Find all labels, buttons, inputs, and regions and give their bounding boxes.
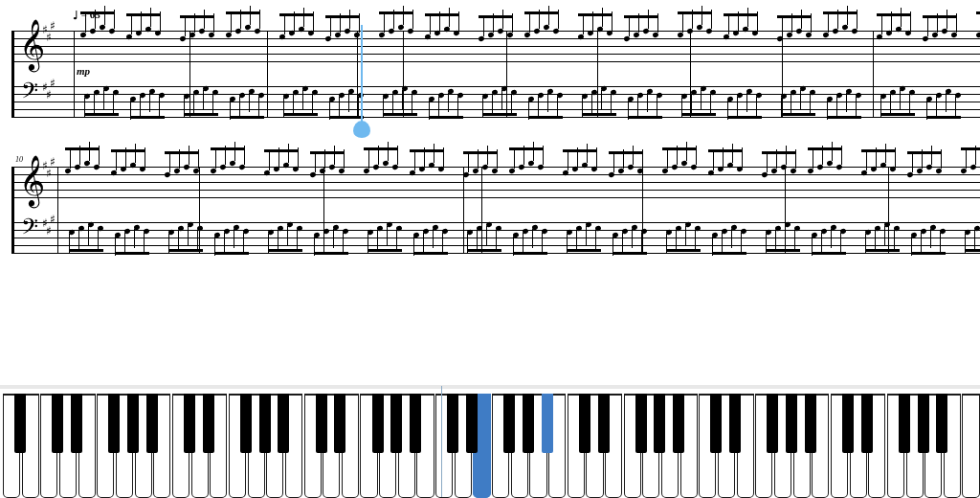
black-key[interactable] xyxy=(503,394,515,453)
black-key[interactable] xyxy=(842,394,854,453)
barline xyxy=(74,31,75,117)
black-key[interactable] xyxy=(390,394,402,453)
note-group xyxy=(961,155,980,193)
grand-staff-row: 𝄞 ♯♯♯ mp 𝄢 ♯♯♯ xyxy=(11,31,980,126)
note-group xyxy=(766,216,804,255)
black-key[interactable] xyxy=(334,394,345,453)
note-group xyxy=(865,216,903,255)
key-signature: ♯♯♯ xyxy=(42,163,54,177)
black-key[interactable] xyxy=(447,394,458,453)
black-key[interactable] xyxy=(14,394,26,453)
black-key[interactable] xyxy=(523,394,534,453)
note-group xyxy=(84,80,122,119)
piano-key-column xyxy=(360,394,377,498)
black-key[interactable] xyxy=(108,394,120,453)
note-group xyxy=(314,219,352,258)
piano-key-column xyxy=(699,394,716,498)
note-group xyxy=(413,219,452,258)
note-group xyxy=(812,219,850,258)
note-group xyxy=(383,80,421,119)
note-group xyxy=(708,157,746,195)
note-group xyxy=(781,80,819,119)
black-key[interactable] xyxy=(729,394,741,453)
black-key[interactable] xyxy=(710,394,722,453)
note-group xyxy=(612,219,651,258)
note-group xyxy=(880,80,919,119)
black-key[interactable] xyxy=(372,394,384,453)
note-group xyxy=(582,80,620,119)
black-key[interactable] xyxy=(579,394,590,453)
piano-keyboard[interactable] xyxy=(0,385,980,498)
note-group xyxy=(214,219,253,258)
tempo-note-glyph: ♩ xyxy=(73,9,78,22)
note-group xyxy=(368,216,406,255)
black-key[interactable] xyxy=(184,394,195,453)
note-group xyxy=(628,83,666,122)
bass-clef-icon: 𝄢 xyxy=(21,215,38,246)
black-key[interactable] xyxy=(673,394,684,453)
note-group xyxy=(567,216,605,255)
white-key[interactable] xyxy=(962,394,979,498)
playback-cursor[interactable] xyxy=(361,25,363,123)
black-key[interactable] xyxy=(598,394,610,453)
black-key[interactable] xyxy=(861,394,873,453)
note-group xyxy=(911,219,949,258)
black-key[interactable] xyxy=(542,394,553,453)
note-group xyxy=(180,23,218,61)
note-group xyxy=(463,159,501,197)
piano-key-column xyxy=(229,394,246,498)
note-group xyxy=(712,219,750,258)
piano-key-column xyxy=(755,394,772,498)
note-group xyxy=(467,216,505,255)
black-key[interactable] xyxy=(71,394,82,453)
black-key[interactable] xyxy=(899,394,910,453)
black-key[interactable] xyxy=(466,394,478,453)
black-key[interactable] xyxy=(410,394,421,453)
black-key[interactable] xyxy=(936,394,947,453)
key-signature: ♯♯♯ xyxy=(42,84,54,99)
note-group xyxy=(662,155,701,193)
note-group xyxy=(230,83,268,122)
black-key[interactable] xyxy=(635,394,647,453)
note-group xyxy=(130,83,168,122)
note-group xyxy=(808,155,846,193)
black-key[interactable] xyxy=(127,394,139,453)
black-key[interactable] xyxy=(52,394,63,453)
note-group xyxy=(479,23,517,61)
treble-clef-icon: 𝄞 xyxy=(19,19,45,71)
note-group xyxy=(877,21,915,59)
note-group xyxy=(609,159,647,197)
black-key[interactable] xyxy=(767,394,778,453)
black-key[interactable] xyxy=(259,394,271,453)
black-key[interactable] xyxy=(654,394,665,453)
barline xyxy=(57,167,58,253)
black-key[interactable] xyxy=(146,394,158,453)
black-key[interactable] xyxy=(278,394,289,453)
note-group xyxy=(268,216,306,255)
note-group xyxy=(283,80,322,119)
piano-key-column xyxy=(887,394,904,498)
black-key[interactable] xyxy=(786,394,797,453)
note-group xyxy=(429,83,467,122)
note-group xyxy=(65,155,103,193)
black-key[interactable] xyxy=(240,394,252,453)
note-group xyxy=(965,216,980,255)
black-key[interactable] xyxy=(316,394,327,453)
note-group xyxy=(115,219,153,258)
black-key[interactable] xyxy=(918,394,929,453)
note-group xyxy=(926,83,965,122)
note-group xyxy=(976,19,980,57)
piano-key-column xyxy=(624,394,641,498)
sheet-music-area[interactable]: ♩ = 65 𝄞 ♯♯♯ mp 𝄢 ♯♯♯ 10 xyxy=(11,8,980,372)
note-group xyxy=(226,19,264,57)
note-group xyxy=(482,80,521,119)
dynamic-marking: mp xyxy=(77,65,90,77)
piano-key-column xyxy=(568,394,585,498)
note-group xyxy=(165,159,203,197)
note-group xyxy=(425,21,463,59)
note-group xyxy=(563,157,601,195)
black-key[interactable] xyxy=(203,394,214,453)
keyboard-keys[interactable] xyxy=(3,394,980,498)
piano-key-column xyxy=(97,394,114,498)
black-key[interactable] xyxy=(805,394,816,453)
